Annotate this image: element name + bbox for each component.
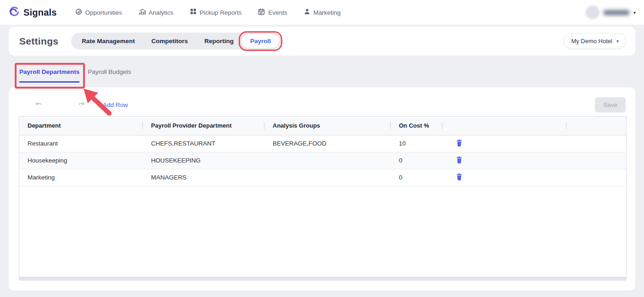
marketing-icon (304, 8, 310, 17)
table-row: Restaurant CHEFS,RESTAURANT BEVERAGE,FOO… (19, 135, 626, 152)
events-icon (258, 8, 265, 17)
cell-provider[interactable]: HOUSEKEEPING (143, 152, 264, 169)
cell-empty (566, 135, 626, 152)
content-panel: Add Row Save Department Payroll Provider… (9, 87, 635, 291)
col-header-actions (442, 117, 566, 135)
trash-icon (456, 175, 462, 182)
table-row: Housekeeping HOUSEKEEPING 0 (19, 152, 626, 169)
cell-on-cost-pct[interactable]: 0 (391, 152, 442, 169)
nav-item-pickup-reports[interactable]: Pickup Reports (190, 8, 242, 17)
signals-logo-icon (8, 6, 20, 19)
cell-analysis-groups[interactable] (264, 169, 391, 186)
property-selector[interactable]: My Demo Hotel ▾ (564, 33, 626, 49)
undo-button[interactable] (35, 101, 43, 108)
nav-label: Marketing (314, 9, 341, 16)
top-nav: Signals Opportunities (0, 0, 644, 25)
cell-analysis-groups[interactable]: BEVERAGE,FOOD (264, 135, 391, 152)
main-nav: Opportunities Analytics (75, 8, 341, 17)
add-row-button[interactable]: Add Row (103, 101, 128, 108)
brand-name: Signals (23, 7, 57, 18)
subtab-label: Payroll Departments (19, 68, 79, 75)
col-header-empty (566, 117, 626, 135)
nav-label: Events (268, 9, 287, 16)
col-header-department[interactable]: Department (19, 117, 143, 135)
pickup-reports-icon (190, 8, 196, 17)
annotation-box-payroll-departments (15, 63, 85, 89)
cell-provider[interactable]: CHEFS,RESTAURANT (143, 135, 264, 152)
subtab-payroll-budgets[interactable]: Payroll Budgets (88, 68, 131, 83)
opportunities-icon (75, 8, 82, 17)
cell-empty (566, 152, 626, 169)
payroll-subtabs: Payroll Departments Payroll Budgets (19, 68, 131, 83)
user-menu[interactable]: ▾ (586, 6, 636, 19)
chevron-down-icon: ▾ (616, 39, 619, 44)
settings-tabs: Rate Management Competitors Reporting Pa… (71, 33, 281, 50)
col-header-payroll-provider-department[interactable]: Payroll Provider Department (143, 117, 264, 135)
cell-analysis-groups[interactable] (264, 152, 391, 169)
col-header-on-cost-pct[interactable]: On Cost % (391, 117, 442, 135)
avatar (586, 6, 599, 19)
table-row: Marketing MANAGERS 0 (19, 169, 626, 186)
nav-item-analytics[interactable]: Analytics (139, 8, 174, 17)
nav-item-opportunities[interactable]: Opportunities (75, 8, 122, 17)
delete-row-button[interactable] (456, 140, 462, 146)
nav-item-marketing[interactable]: Marketing (304, 8, 341, 17)
col-header-analysis-groups[interactable]: Analysis Groups (264, 117, 391, 135)
nav-item-events[interactable]: Events (258, 8, 287, 17)
app-page: Signals Opportunities (0, 0, 644, 297)
table-header-row: Department Payroll Provider Department A… (19, 117, 626, 135)
trash-icon (456, 158, 462, 165)
tab-payroll-wrap: Payroll (242, 34, 279, 48)
nav-label: Analytics (149, 9, 174, 16)
user-name-redacted (604, 10, 629, 15)
cell-department[interactable]: Housekeeping (19, 152, 143, 169)
trash-icon (456, 141, 462, 148)
nav-label: Pickup Reports (200, 9, 242, 16)
tab-payroll[interactable]: Payroll (242, 34, 279, 48)
delete-row-button[interactable] (456, 157, 462, 163)
settings-header-bar: Settings Rate Management Competitors Rep… (9, 27, 635, 56)
grid-toolbar: Add Row Save (9, 96, 635, 113)
cell-on-cost-pct[interactable]: 0 (391, 169, 442, 186)
undo-icon (35, 102, 43, 109)
redo-button[interactable] (77, 101, 85, 108)
cell-department[interactable]: Marketing (19, 169, 143, 186)
page-title: Settings (19, 36, 58, 47)
payroll-departments-table: Department Payroll Provider Department A… (19, 116, 627, 280)
nav-label: Opportunities (85, 9, 122, 16)
analytics-icon (139, 8, 146, 17)
subtab-label: Payroll Budgets (88, 68, 131, 75)
redo-icon (77, 102, 85, 109)
tab-competitors[interactable]: Competitors (143, 34, 196, 48)
chevron-down-icon: ▾ (633, 10, 636, 15)
delete-row-button[interactable] (456, 174, 462, 180)
cell-on-cost-pct[interactable]: 10 (391, 135, 442, 152)
subtab-payroll-departments[interactable]: Payroll Departments (19, 68, 79, 83)
cell-provider[interactable]: MANAGERS (143, 169, 264, 186)
cell-department[interactable]: Restaurant (19, 135, 143, 152)
tab-rate-management[interactable]: Rate Management (73, 34, 143, 48)
horizontal-scrollbar[interactable] (19, 277, 626, 280)
save-button[interactable]: Save (595, 97, 626, 112)
tab-reporting[interactable]: Reporting (196, 34, 242, 48)
cell-empty (566, 169, 626, 186)
property-selector-label: My Demo Hotel (571, 38, 612, 45)
brand-logo[interactable]: Signals (8, 6, 57, 19)
